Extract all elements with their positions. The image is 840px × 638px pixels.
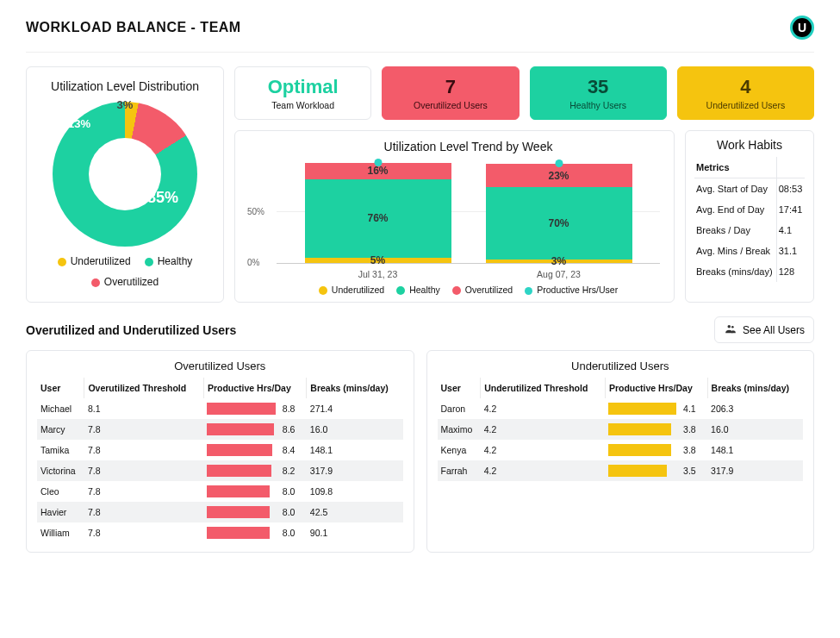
col-header: User [37,378,84,398]
donut-label-under: 3% [117,98,134,111]
habits-row: Breaks / Day4.1 [694,220,805,241]
col-header: Productive Hrs/Day [605,378,707,398]
table-row: Havier7.88.042.5 [37,502,403,522]
habits-row: Avg. Mins / Break31.1 [694,241,805,261]
col-header: Underutilized Threshold [481,378,606,398]
trend-segment: 70% [486,187,632,260]
donut-title: Utilization Level Distribution [35,79,215,93]
svg-point-1 [731,326,734,328]
table-row: Daron4.24.1206.3 [438,398,804,419]
donut-card: Utilization Level Distribution 3% 13% 85… [26,66,224,303]
legend-item: Underutilized [58,255,131,267]
trend-legend: Underutilized Healthy Overutilized Produ… [277,285,660,295]
under-table: UserUnderutilized ThresholdProductive Hr… [438,378,804,481]
trend-segment: 23% [486,164,632,188]
table-row: Tamika7.88.4148.1 [37,440,403,460]
legend-item: Productive Hrs/User [525,285,618,295]
brand-logo[interactable]: U [790,16,814,40]
trend-point [374,159,382,166]
habits-row: Avg. Start of Day08:53 [694,178,805,200]
legend-item: Overutilized [452,285,513,295]
under-table-title: Underutilized Users [438,360,804,372]
trend-chart: 0% 50% 16%76%5%23%70%3% [277,160,660,264]
col-header: Overutilized Threshold [84,378,204,398]
legend-item: Underutilized [319,285,384,295]
donut-legend: Underutilized Healthy Overutilized [35,255,215,288]
col-header: Breaks (mins/day) [307,378,403,398]
legend-item: Healthy [396,285,440,295]
stat-healthy[interactable]: 35 Healthy Users [530,66,667,120]
trend-segment: 5% [305,258,451,263]
legend-item: Healthy [145,255,193,267]
stat-overutilized[interactable]: 7 Overutilized Users [382,66,519,120]
col-header: Breaks (mins/day) [707,378,803,398]
over-table-title: Overutilized Users [37,360,403,372]
svg-point-0 [727,325,731,328]
col-header: User [438,378,481,398]
section-title: Overutilized and Underutilized Users [26,323,236,337]
table-row: Maximo4.23.816.0 [438,419,804,440]
page-title: WORKLOAD BALANCE - TEAM [26,20,241,35]
stat-row: Optimal Team Workload 7 Overutilized Use… [234,66,814,120]
table-row: Farrah4.23.5317.9 [438,460,804,481]
habits-card: Work Habits Metrics Avg. Start of Day08:… [685,130,814,303]
table-row: Kenya4.23.8148.1 [438,440,804,460]
users-icon [724,322,737,337]
table-row: William7.88.090.1 [37,522,403,543]
trend-stack: 23%70%3% [486,164,632,263]
stat-optimal: Optimal Team Workload [234,66,371,120]
habits-row: Avg. End of Day17:41 [694,199,805,220]
table-row: Cleo7.88.0109.8 [37,481,403,502]
trend-title: Utilization Level Trend by Week [277,140,660,153]
trend-card: Utilization Level Trend by Week 0% 50% 1… [234,130,675,303]
over-table: UserOverutilized ThresholdProductive Hrs… [37,378,403,543]
stat-underutilized[interactable]: 4 Underutilized Users [677,66,814,120]
table-row: Marcy7.88.616.0 [37,419,403,440]
trend-point [555,160,563,167]
see-all-users-button[interactable]: See All Users [714,316,814,343]
over-table-card: Overutilized Users UserOverutilized Thre… [26,350,414,553]
donut-label-over: 13% [68,117,90,130]
habits-title: Work Habits [694,138,805,152]
trend-stack: 16%76%5% [305,163,451,263]
donut-label-healthy: 85% [147,189,178,207]
habits-row: Breaks (mins/day)128 [694,261,805,282]
under-table-card: Underutilized Users UserUnderutilized Th… [426,350,815,553]
table-row: Victorina7.88.2317.9 [37,460,403,481]
legend-item: Overutilized [91,276,159,288]
trend-segment: 3% [486,260,632,263]
donut-chart: 3% 13% 85% [53,102,197,247]
habits-table: Metrics Avg. Start of Day08:53Avg. End o… [694,157,805,282]
topbar: WORKLOAD BALANCE - TEAM U [26,16,814,53]
trend-xlabels: Jul 31, 23 Aug 07, 23 [277,269,660,279]
trend-segment: 76% [305,179,451,258]
col-header: Productive Hrs/Day [203,378,306,398]
table-row: Michael8.18.8271.4 [37,398,403,419]
